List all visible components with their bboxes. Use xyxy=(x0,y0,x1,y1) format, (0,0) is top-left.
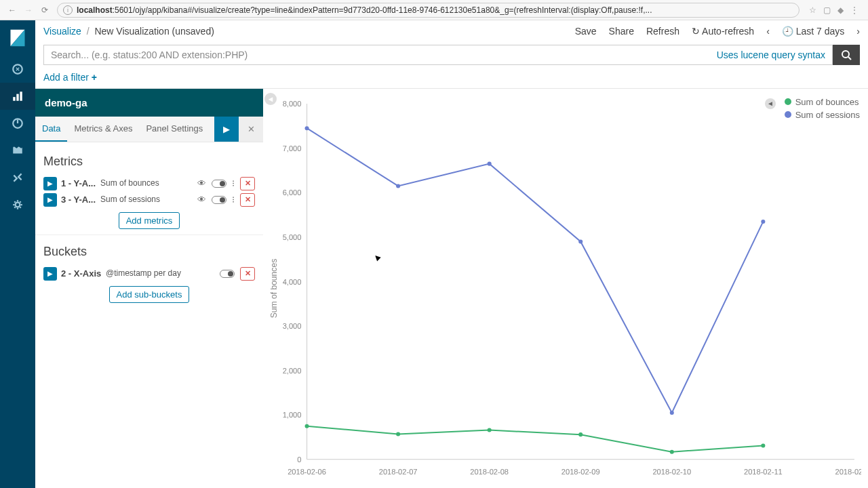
browser-chrome: ← → ⟳ i localhost :5601/ojy/app/kibana#/… xyxy=(0,0,868,20)
svg-point-8 xyxy=(842,51,849,58)
add-metrics-button[interactable]: Add metrics xyxy=(119,212,180,229)
save-button[interactable]: Save xyxy=(575,26,597,37)
refresh-button[interactable]: Refresh xyxy=(646,26,679,37)
main-area: Visualize / New Visualization (unsaved) … xyxy=(35,20,868,488)
ext-icon[interactable]: ◆ xyxy=(837,5,844,15)
menu-icon[interactable]: ⋮ xyxy=(850,5,859,15)
tab-panel-settings[interactable]: Panel Settings xyxy=(139,117,210,142)
metric-row: ▶ 1 - Y-A... Sum of bounces 👁 ⁝ ✕ xyxy=(43,177,255,190)
line-chart: 01,0002,0003,0004,0005,0006,0007,0008,00… xyxy=(266,96,861,481)
time-next-button[interactable]: › xyxy=(856,26,860,37)
svg-text:4,000: 4,000 xyxy=(283,277,302,285)
add-sub-buckets-button[interactable]: Add sub-buckets xyxy=(109,286,190,303)
search-row: Search... (e.g. status:200 AND extension… xyxy=(43,45,860,65)
svg-text:6,000: 6,000 xyxy=(283,188,302,197)
legend-item[interactable]: Sum of sessions xyxy=(785,110,860,120)
reload-button[interactable]: ⟳ xyxy=(37,5,53,15)
nav-discover[interactable] xyxy=(0,56,35,83)
collapse-sidebar-icon[interactable]: ◄ xyxy=(264,93,277,105)
legend-item[interactable]: Sum of bounces xyxy=(785,97,860,107)
share-button[interactable]: Share xyxy=(609,26,634,37)
svg-text:2018-02-08: 2018-02-08 xyxy=(470,468,509,476)
metrics-heading: Metrics xyxy=(43,149,255,174)
nav-management[interactable] xyxy=(0,191,35,218)
query-placeholder: Search... (e.g. status:200 AND extension… xyxy=(51,49,248,60)
delete-metric-button[interactable]: ✕ xyxy=(240,177,255,190)
svg-point-39 xyxy=(670,450,674,454)
metric-desc: Sum of sessions xyxy=(100,195,193,204)
editor-body: Metrics ▶ 1 - Y-A... Sum of bounces 👁 ⁝ … xyxy=(35,142,263,315)
metric-id: 3 - Y-A... xyxy=(61,195,96,205)
query-input[interactable]: Search... (e.g. status:200 AND extension… xyxy=(43,45,833,65)
forward-button[interactable]: → xyxy=(20,5,37,15)
metric-row: ▶ 3 - Y-A... Sum of sessions 👁 ⁝ ✕ xyxy=(43,193,255,207)
editor-tabs: Data Metrics & Axes Panel Settings ▶ ✕ xyxy=(35,117,263,142)
nav-devtools[interactable] xyxy=(0,164,35,191)
nav-dashboard[interactable] xyxy=(0,110,35,137)
chart-legend: Sum of bounces Sum of sessions xyxy=(785,97,860,123)
url-host: localhost xyxy=(77,5,113,15)
toggle-metric[interactable] xyxy=(212,180,226,188)
legend-toggle-icon[interactable]: ◄ xyxy=(765,98,776,109)
lucene-hint[interactable]: Uses lucene query syntax xyxy=(717,49,825,60)
svg-text:Sum of bounces: Sum of bounces xyxy=(269,259,279,319)
breadcrumb-current: New Visualization (unsaved) xyxy=(94,26,214,37)
metric-id: 1 - Y-A... xyxy=(61,178,96,188)
back-button[interactable]: ← xyxy=(4,5,20,15)
delete-bucket-button[interactable]: ✕ xyxy=(240,267,255,281)
top-actions: Save Share Refresh ↻ Auto-refresh ‹ 🕘 La… xyxy=(575,26,860,37)
svg-text:1,000: 1,000 xyxy=(283,411,302,419)
tab-data[interactable]: Data xyxy=(35,117,67,142)
svg-point-7 xyxy=(16,203,20,207)
svg-text:2018-02-07: 2018-02-07 xyxy=(379,468,418,476)
svg-text:2018-02-11: 2018-02-11 xyxy=(744,468,783,476)
svg-point-38 xyxy=(578,432,583,436)
side-nav xyxy=(0,20,35,488)
svg-point-29 xyxy=(305,126,309,130)
drag-handle-icon[interactable]: ⁝ xyxy=(232,178,235,188)
hide-metric-icon[interactable]: 👁 xyxy=(197,195,206,205)
discard-button[interactable]: ✕ xyxy=(239,117,263,142)
search-submit-button[interactable] xyxy=(833,45,860,65)
tab-metrics-axes[interactable]: Metrics & Axes xyxy=(67,117,139,142)
filter-bar: Add a filter + xyxy=(35,70,868,88)
toggle-bucket[interactable] xyxy=(220,270,235,278)
svg-point-33 xyxy=(670,411,674,415)
drag-handle-icon[interactable]: ⁝ xyxy=(232,195,235,205)
autorefresh-button[interactable]: ↻ Auto-refresh xyxy=(692,26,754,37)
svg-rect-5 xyxy=(20,92,22,101)
toggle-metric[interactable] xyxy=(212,196,226,204)
top-bar: Visualize / New Visualization (unsaved) … xyxy=(35,20,868,42)
svg-text:3,000: 3,000 xyxy=(283,322,302,330)
svg-text:2018-02-09: 2018-02-09 xyxy=(561,468,600,476)
cast-icon[interactable]: ▢ xyxy=(823,5,831,15)
svg-rect-4 xyxy=(16,94,18,101)
bucket-id: 2 - X-Axis xyxy=(61,268,102,279)
star-icon[interactable]: ☆ xyxy=(809,5,816,15)
expand-metric-2[interactable]: ▶ xyxy=(43,193,57,207)
svg-point-30 xyxy=(396,184,400,188)
kibana-logo[interactable] xyxy=(0,20,35,56)
svg-text:7,000: 7,000 xyxy=(283,144,302,152)
delete-metric-button[interactable]: ✕ xyxy=(240,193,255,207)
svg-rect-3 xyxy=(13,97,15,101)
bucket-row: ▶ 2 - X-Axis @timestamp per day ✕ xyxy=(43,267,255,281)
expand-metric-1[interactable]: ▶ xyxy=(43,177,57,190)
time-prev-button[interactable]: ‹ xyxy=(766,26,770,37)
time-range-picker[interactable]: 🕘 Last 7 days xyxy=(782,26,845,37)
expand-bucket[interactable]: ▶ xyxy=(43,267,57,281)
svg-line-9 xyxy=(848,57,851,60)
add-filter-button[interactable]: Add a filter + xyxy=(43,72,97,83)
nav-timelion[interactable] xyxy=(0,137,35,164)
apply-button[interactable]: ▶ xyxy=(214,117,239,142)
bucket-desc: @timestamp per day xyxy=(106,269,216,278)
address-bar[interactable]: i localhost :5601/ojy/app/kibana#/visual… xyxy=(57,3,800,18)
site-info-icon[interactable]: i xyxy=(63,5,73,15)
vis-sidebar: demo-ga Data Metrics & Axes Panel Settin… xyxy=(35,89,263,488)
hide-metric-icon[interactable]: 👁 xyxy=(197,178,206,188)
nav-visualize[interactable] xyxy=(0,83,35,110)
metric-desc: Sum of bounces xyxy=(100,179,193,188)
breadcrumb-root[interactable]: Visualize xyxy=(43,26,81,37)
workspace: demo-ga Data Metrics & Axes Panel Settin… xyxy=(35,88,868,488)
svg-point-34 xyxy=(761,220,765,224)
